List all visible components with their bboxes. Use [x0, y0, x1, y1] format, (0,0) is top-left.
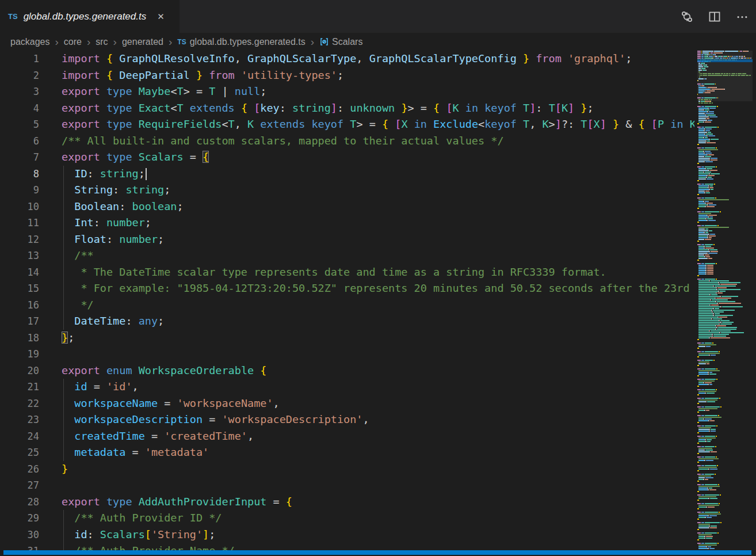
line-number: 21	[0, 379, 39, 395]
line-number: 5	[0, 116, 39, 133]
breadcrumb: packages›core›src›generated›TSglobal.db.…	[0, 33, 694, 51]
line-number: 9	[0, 182, 39, 199]
code-line: 14 * The DateTime scalar type represents…	[0, 264, 694, 281]
code-line: 13 /**	[0, 247, 694, 264]
code-line: 24 createdTime = 'createdTime',	[0, 428, 694, 445]
breadcrumb-item-generated[interactable]: generated	[122, 37, 163, 47]
breadcrumb-label: core	[64, 37, 82, 47]
line-number: 23	[0, 412, 39, 428]
code-line: 3export type Maybe<T> = T | null;	[0, 83, 694, 100]
tab-close-icon[interactable]: ✕	[155, 10, 166, 22]
symbol-type-icon	[319, 37, 329, 47]
line-number: 18	[0, 330, 39, 346]
ts-file-icon: TS	[8, 12, 18, 21]
code-line: 18};	[0, 330, 694, 346]
breadcrumb-label: packages	[10, 37, 50, 47]
code-line: 7export type Scalars = {	[0, 149, 694, 166]
code-line: 11 Int: number;	[0, 215, 694, 231]
code-line: 2import { DeepPartial } from 'utility-ty…	[0, 67, 694, 84]
code-line: 8 ID: string;	[0, 166, 694, 182]
code-line: 16 */	[0, 297, 694, 314]
line-number: 4	[0, 100, 39, 117]
code-line: 6/** All built-in and custom scalars, ma…	[0, 133, 694, 150]
code-line: 22 workspaceName = 'workspaceName',	[0, 395, 694, 412]
breadcrumb-item-packages[interactable]: packages	[10, 37, 50, 47]
code-editor[interactable]: 1import { GraphQLResolveInfo, GraphQLSca…	[0, 51, 694, 550]
status-bar[interactable]	[3, 550, 751, 555]
line-number: 22	[0, 395, 39, 412]
minimap-visible-region[interactable]	[697, 51, 753, 101]
line-number: 24	[0, 428, 39, 445]
line-number: 3	[0, 83, 39, 100]
more-actions-icon[interactable]	[735, 10, 749, 24]
breadcrumb-label: global.db.types.generated.ts	[190, 37, 306, 47]
line-number: 14	[0, 264, 39, 281]
code-line: 12 Float: number;	[0, 231, 694, 248]
line-number: 8	[0, 166, 39, 182]
code-line: 31 /** Auth Provider Name */	[0, 543, 694, 550]
split-editor-icon[interactable]	[708, 10, 721, 24]
line-number: 30	[0, 527, 39, 543]
line-number: 25	[0, 444, 39, 461]
breadcrumb-item-core[interactable]: core	[64, 37, 82, 47]
line-number: 2	[0, 67, 39, 84]
breadcrumb-item-global-db-types-generated-ts[interactable]: TSglobal.db.types.generated.ts	[177, 37, 305, 47]
line-number: 31	[0, 543, 39, 550]
code-line: 26}	[0, 461, 694, 478]
code-line: 28export type AddAuthProviderInput = {	[0, 494, 694, 511]
code-line: 10 Boolean: boolean;	[0, 199, 694, 215]
line-number: 17	[0, 313, 39, 330]
chevron-right-icon: ›	[55, 37, 59, 47]
breadcrumb-label: generated	[122, 37, 163, 47]
chevron-right-icon: ›	[87, 37, 90, 47]
ts-file-icon: TS	[177, 38, 186, 46]
line-number: 6	[0, 133, 39, 150]
compare-changes-icon[interactable]	[680, 10, 694, 24]
breadcrumb-label: Scalars	[332, 37, 362, 47]
chevron-right-icon: ›	[169, 37, 172, 47]
code-line: 17 DateTime: any;	[0, 313, 694, 330]
line-number: 16	[0, 297, 39, 314]
code-line: 21 id = 'id',	[0, 379, 694, 395]
line-number: 19	[0, 346, 39, 363]
code-line: 29 /** Auth Provider ID */	[0, 510, 694, 527]
line-number: 10	[0, 199, 39, 215]
breadcrumb-item-src[interactable]: src	[96, 37, 108, 47]
code-line: 1import { GraphQLResolveInfo, GraphQLSca…	[0, 51, 694, 67]
line-number: 26	[0, 461, 39, 478]
line-number: 27	[0, 477, 39, 494]
line-number: 7	[0, 149, 39, 166]
line-number: 11	[0, 215, 39, 231]
chevron-right-icon: ›	[113, 37, 117, 47]
line-number: 12	[0, 231, 39, 248]
code-line: 9 String: string;	[0, 182, 694, 199]
tab-global-db-types[interactable]: TS global.db.types.generated.ts ✕	[0, 0, 180, 33]
code-line: 25 metadata = 'metadata'	[0, 444, 694, 461]
editor-actions	[680, 0, 749, 33]
code-line: 19	[0, 346, 694, 363]
minimap-current-line-marker	[697, 59, 753, 62]
code-line: 15 * For example: "1985-04-12T23:20:50.5…	[0, 280, 694, 297]
breadcrumb-label: src	[96, 37, 108, 47]
code-line: 20export enum WorkspaceOrderable {	[0, 363, 694, 379]
code-line: 4export type Exact<T extends { [key: str…	[0, 100, 694, 117]
line-number: 29	[0, 510, 39, 527]
line-number: 13	[0, 247, 39, 264]
code-line: 23 workspaceDescription = 'workspaceDesc…	[0, 412, 694, 428]
code-line: 5export type RequireFields<T, K extends …	[0, 116, 694, 133]
line-number: 28	[0, 494, 39, 511]
text-cursor	[146, 168, 147, 180]
line-number: 1	[0, 51, 39, 67]
breadcrumb-item-scalars[interactable]: Scalars	[319, 37, 362, 47]
code-line: 30 id: Scalars['String'];	[0, 527, 694, 543]
chevron-right-icon: ›	[311, 37, 314, 47]
minimap[interactable]	[697, 51, 753, 550]
code-line: 27	[0, 477, 694, 494]
tab-bar: TS global.db.types.generated.ts ✕	[0, 0, 756, 33]
line-number: 15	[0, 280, 39, 297]
line-number: 20	[0, 363, 39, 379]
tab-title: global.db.types.generated.ts	[24, 11, 147, 22]
